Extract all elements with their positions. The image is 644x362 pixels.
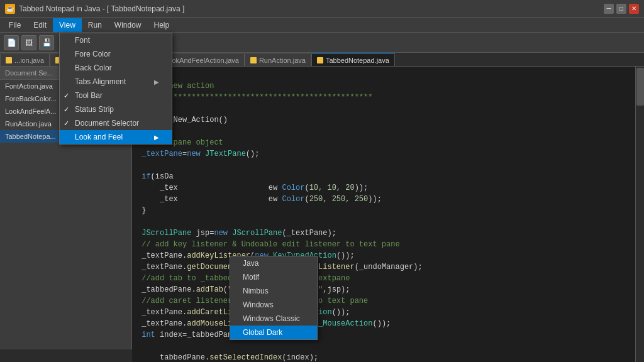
menu-status-strip[interactable]: ✓ Status Strip bbox=[60, 102, 172, 116]
menu-fore-color[interactable]: Fore Color bbox=[60, 47, 172, 61]
app-icon: ☕ bbox=[5, 4, 15, 14]
title-bar-left: ☕ Tabbed Notepad in Java - [ TabbedNotep… bbox=[5, 4, 184, 14]
title-bar-controls: ─ □ ✕ bbox=[604, 4, 639, 14]
menu-window[interactable]: Window bbox=[108, 18, 148, 32]
view-dropdown: Font Fore Color Back Color Tabs Alignmen… bbox=[59, 33, 172, 145]
check-icon: ✓ bbox=[64, 106, 69, 114]
laf-nimbus[interactable]: Nimbus bbox=[230, 284, 317, 298]
menu-file[interactable]: File bbox=[3, 18, 27, 32]
close-button[interactable]: ✕ bbox=[629, 4, 639, 14]
laf-windows[interactable]: Windows bbox=[230, 298, 317, 312]
check-icon: ✓ bbox=[64, 92, 69, 100]
tab-runaction[interactable]: RunAction.java bbox=[245, 53, 311, 66]
submenu-arrow: ▶ bbox=[154, 134, 159, 141]
menu-document-selector[interactable]: ✓ Document Selector bbox=[60, 116, 172, 130]
tab-icon bbox=[317, 57, 323, 63]
tab-tabbednotepad[interactable]: TabbedNotepad.java bbox=[311, 53, 395, 66]
scrollbar-thumb[interactable] bbox=[636, 68, 644, 106]
menu-run[interactable]: Run bbox=[82, 18, 108, 32]
tab-icon bbox=[6, 57, 12, 63]
title-text: Tabbed Notepad in Java - [ TabbedNotepad… bbox=[19, 4, 184, 13]
check-icon: ✓ bbox=[64, 119, 69, 128]
code-area[interactable]: new action *****************************… bbox=[132, 67, 635, 362]
menu-look-and-feel[interactable]: Look and Feel ▶ Java Motif Nimbus Window… bbox=[60, 130, 172, 144]
new-file-button[interactable]: 📄 bbox=[4, 35, 19, 50]
menu-tabs-alignment[interactable]: Tabs Alignment ▶ bbox=[60, 75, 172, 89]
submenu-arrow: ▶ bbox=[154, 79, 159, 85]
lookandfeel-submenu: Java Motif Nimbus Windows Windows Classi… bbox=[230, 256, 318, 340]
menu-back-color[interactable]: Back Color bbox=[60, 61, 172, 75]
tab-ion-java[interactable]: ...ion.java bbox=[0, 53, 50, 66]
tab-icon bbox=[250, 57, 257, 63]
title-bar: ☕ Tabbed Notepad in Java - [ TabbedNotep… bbox=[0, 0, 644, 18]
open-file-button[interactable]: 🖼 bbox=[21, 35, 36, 50]
laf-java[interactable]: Java bbox=[230, 256, 317, 270]
save-file-button[interactable]: 💾 bbox=[39, 35, 54, 50]
menu-font[interactable]: Font bbox=[60, 33, 172, 47]
menu-bar: File Edit View Run Window Help bbox=[0, 18, 644, 33]
laf-motif[interactable]: Motif bbox=[230, 270, 317, 284]
laf-windows-classic[interactable]: Windows Classic bbox=[230, 312, 317, 326]
scrollbar[interactable] bbox=[635, 67, 644, 362]
laf-global-dark[interactable]: Global Dark bbox=[230, 326, 317, 339]
menu-edit[interactable]: Edit bbox=[27, 18, 53, 32]
menu-tool-bar[interactable]: ✓ Tool Bar bbox=[60, 89, 172, 102]
menu-view[interactable]: View bbox=[53, 18, 82, 32]
restore-button[interactable]: □ bbox=[616, 4, 626, 14]
minimize-button[interactable]: ─ bbox=[604, 4, 614, 14]
menu-help[interactable]: Help bbox=[148, 18, 176, 32]
